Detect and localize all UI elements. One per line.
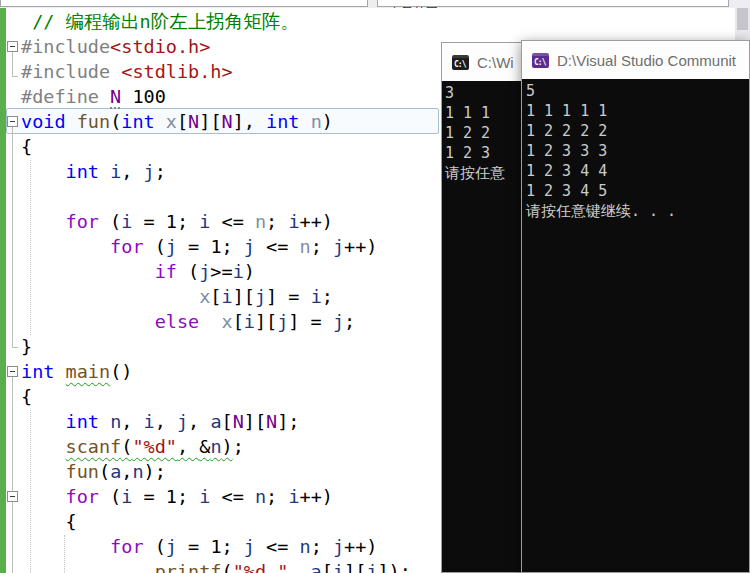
code-token: <stdlib.h> [121, 61, 232, 82]
code-text-area[interactable]: // 编程输出n阶左上拐角矩阵。#include<stdio.h>#includ… [21, 9, 411, 573]
collapse-toggle-include[interactable] [7, 41, 18, 52]
code-token [99, 411, 110, 432]
code-token: ; [222, 236, 244, 257]
collapse-toggle-fun[interactable] [7, 116, 18, 127]
code-token: j [333, 311, 344, 332]
code-token: ( [177, 261, 199, 282]
code-token [21, 211, 66, 232]
code-token: , [188, 411, 210, 432]
code-token: i [288, 486, 299, 507]
code-token: n [311, 111, 322, 132]
code-line: if (j>=i) [21, 259, 411, 284]
code-token: ( [99, 461, 110, 482]
code-token: int [266, 111, 299, 132]
scope-dropdown-label: (全局范围) [384, 5, 442, 8]
code-token: >= [210, 261, 232, 282]
code-token: ++) [344, 236, 377, 257]
code-token: #include [21, 61, 121, 82]
code-token: N [222, 111, 233, 132]
code-token: { [21, 511, 77, 532]
code-token: , [288, 561, 310, 573]
collapse-toggle-for[interactable] [7, 491, 18, 502]
code-token: ] = [266, 286, 311, 307]
code-token: j [166, 536, 177, 557]
code-token: ]; [277, 411, 299, 432]
code-token: i [110, 161, 121, 182]
code-token: j [244, 536, 255, 557]
tracked-changes-bar [0, 8, 6, 573]
code-token: ][ [244, 411, 266, 432]
code-token: i [121, 211, 132, 232]
scrollbar-thumb[interactable] [737, 8, 748, 30]
console-front-titlebar[interactable]: C:\ D:\Visual Studio Communit [522, 41, 749, 79]
cmd-icon[interactable]: C:\ [532, 53, 549, 68]
console-line: 5 [526, 81, 749, 101]
code-token: n [110, 411, 121, 432]
code-token [21, 286, 199, 307]
code-line: for (i = 1; i <= n; i++) [21, 484, 411, 509]
code-token: fun [77, 111, 110, 132]
code-token: ++) [300, 486, 333, 507]
code-token: #include [21, 36, 110, 57]
code-line [21, 184, 411, 209]
code-token: "%d" [132, 436, 177, 457]
code-token: i [199, 486, 210, 507]
code-token: // 编程输出n阶左上拐角矩阵。 [32, 11, 299, 32]
code-line: x[i][j] = i; [21, 284, 411, 309]
code-token: = [177, 536, 210, 557]
code-token: , [121, 161, 143, 182]
code-token: N [110, 86, 121, 107]
code-token: else [155, 311, 200, 332]
code-line: #define N 100 [21, 84, 411, 109]
code-token [21, 436, 66, 457]
collapse-toggle-main[interactable] [7, 366, 18, 377]
console-line: 1 1 1 1 1 [526, 101, 749, 121]
code-token: = [177, 236, 210, 257]
cmd-icon[interactable]: C:\ [452, 55, 469, 70]
type-dropdown[interactable] [0, 0, 368, 7]
code-token: 1 [166, 211, 177, 232]
code-token: = [132, 211, 165, 232]
code-token: [ [177, 111, 188, 132]
code-token: int [121, 111, 154, 132]
code-token: if [155, 261, 177, 282]
code-line: int i, j; [21, 159, 411, 184]
code-line: // 编程输出n阶左上拐角矩阵。 [21, 9, 411, 34]
code-token: scanf [66, 436, 122, 457]
console-back-title: C:\Wi [477, 54, 514, 71]
code-token: a [110, 461, 121, 482]
code-token: i [199, 211, 210, 232]
code-line: { [21, 384, 411, 409]
cmd-icon-glyph: C:\ [534, 59, 545, 67]
code-token: x [199, 286, 210, 307]
code-token: j [366, 561, 377, 573]
code-token: i [121, 486, 132, 507]
code-token: int [21, 361, 54, 382]
code-token: [ [222, 411, 233, 432]
code-token: } [21, 336, 32, 357]
code-token: ; [311, 236, 333, 257]
code-token: void [21, 111, 66, 132]
code-token: ][ [199, 111, 221, 132]
code-line: for (j = 1; j <= n; j++) [21, 234, 411, 259]
outline-scope-line [12, 377, 13, 573]
code-token: x [222, 311, 233, 332]
outline-scope-tick [12, 76, 18, 77]
code-token: for [66, 486, 99, 507]
code-token: i [222, 286, 233, 307]
code-token [54, 361, 65, 382]
outline-scope-tick [12, 347, 18, 348]
code-token: ; [311, 536, 333, 557]
code-token: a [210, 411, 221, 432]
code-token: { [21, 386, 32, 407]
code-token: int [66, 161, 99, 182]
code-token: ; [266, 211, 288, 232]
code-line: for (i = 1; i <= n; i++) [21, 209, 411, 234]
code-token: [ [233, 311, 244, 332]
code-token: ; [177, 211, 199, 232]
scope-dropdown[interactable]: (全局范围) [377, 0, 729, 7]
code-token: x [166, 111, 177, 132]
code-token [21, 311, 155, 332]
code-token: int [66, 411, 99, 432]
code-token [21, 461, 66, 482]
